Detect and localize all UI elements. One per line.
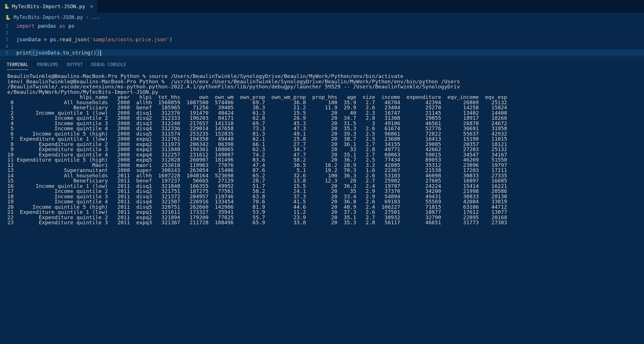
code-editor[interactable]: 1 import pandas as ps 2 3 jsonData = ps.… — [0, 22, 644, 59]
breadcrumb-more[interactable]: ... — [91, 14, 100, 20]
line-number: 2 — [0, 30, 16, 36]
close-icon[interactable]: × — [90, 4, 93, 9]
chevron-right-icon: › — [86, 14, 89, 20]
terminal-output[interactable]: BeaulinTwinkle@Beaulins-MacBook-Pro Pyth… — [0, 70, 644, 229]
table-row: 15 Beneficiary 2011 benef 197237 56665 2… — [7, 178, 637, 184]
table-row: 11 Expenditure quintile 5 (high) 2008 ex… — [7, 157, 637, 163]
table-row: 19 Income quintile 4 2011 disq4 321507 2… — [7, 199, 637, 204]
table-row: 23 Expenditure quintile 3 2011 expq3 321… — [7, 220, 637, 225]
python-icon: 🐍 — [4, 4, 10, 9]
line-number: 1 — [0, 23, 16, 29]
tab-filename: MyTecBits-Import-JSON.py — [12, 3, 85, 9]
line-number: 3 — [0, 36, 16, 42]
tab-bar: 🐍 MyTecBits-Import-JSON.py × — [0, 0, 644, 13]
tab-output[interactable]: OUTPUT — [67, 62, 83, 70]
table-row: 17 Income quintile 2 2011 disq2 321751 1… — [7, 189, 637, 194]
table-row: 21 Expenditure quintile 1 (low) 2011 exp… — [7, 210, 637, 215]
breadcrumb-file[interactable]: MyTecBits-Import-JSON.py — [14, 14, 83, 20]
line-number: 5 — [0, 50, 16, 56]
tab-problems[interactable]: PROBLEMS — [37, 62, 58, 70]
text-cursor — [100, 50, 101, 56]
breadcrumb[interactable]: 🐍 MyTecBits-Import-JSON.py › ... — [0, 13, 644, 22]
tab-terminal[interactable]: TERMINAL — [7, 62, 28, 70]
table-row: 9 Expenditure quintile 3 2008 expq3 3118… — [7, 147, 637, 152]
line-number: 4 — [0, 43, 16, 49]
table-row: 1 Beneficiary 2008 benef 185965 71256 39… — [7, 105, 637, 110]
tab-debug-console[interactable]: DEBUG CONSOLE — [91, 62, 126, 70]
panel-tabs: TERMINAL PROBLEMS OUTPUT DEBUG CONSOLE — [0, 59, 644, 70]
table-row: 5 Income quintile 4 2008 disq4 312336 22… — [7, 126, 637, 131]
table-row: 7 Expenditure quintile 1 (low) 2008 expq… — [7, 136, 637, 142]
editor-tab[interactable]: 🐍 MyTecBits-Import-JSON.py × — [0, 0, 97, 13]
table-row: 3 Income quintile 2 2008 disq2 312333 19… — [7, 116, 637, 121]
table-row: 13 Superannuitant 2008 super 300243 2630… — [7, 168, 637, 173]
python-icon: 🐍 — [5, 15, 11, 20]
